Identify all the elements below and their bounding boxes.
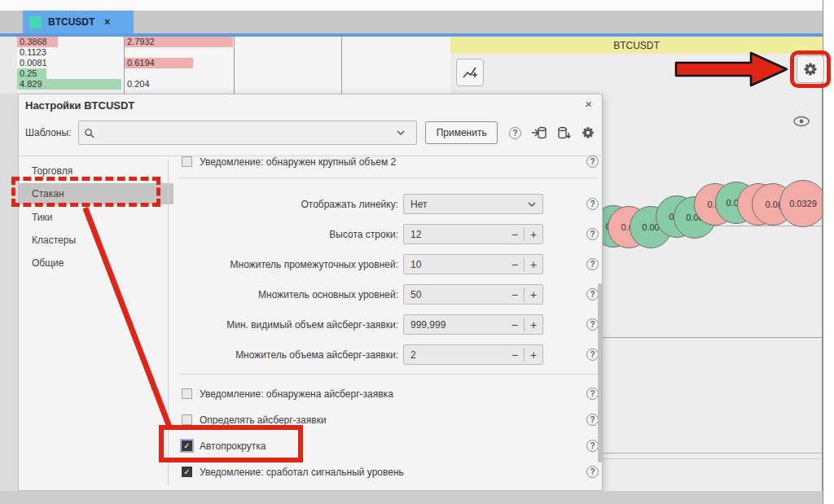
setting-label: Уведомление: обнаружен крупный объем 2 <box>200 156 396 168</box>
dialog-title: Настройки BTCUSDT <box>25 99 134 112</box>
apply-button[interactable]: Применить <box>425 121 498 144</box>
setting-label: Уведомление: сработал сигнальный уровень <box>200 467 404 478</box>
help-icon[interactable]: ? <box>586 228 599 240</box>
setting-label: Множитель объема айсберг-заявки: <box>178 349 403 361</box>
column-divider <box>234 37 235 94</box>
templates-label: Шаблоны: <box>25 127 78 138</box>
main-levels-stepper[interactable]: 50 − + <box>403 284 543 305</box>
orderbook-cell: 0.0081 <box>17 58 124 68</box>
help-icon[interactable]: ? <box>586 466 599 478</box>
panel-separator <box>601 458 823 459</box>
help-icon[interactable]: ? <box>586 318 599 331</box>
templates-row: Шаблоны: Применить ? <box>25 121 595 144</box>
help-icon[interactable]: ? <box>586 156 599 168</box>
chevron-down-icon[interactable] <box>521 201 542 208</box>
dialog-close-icon[interactable]: × <box>585 97 592 111</box>
mid-levels-stepper[interactable]: 10 − + <box>403 254 543 274</box>
sidebar-item-general[interactable]: Общие <box>19 252 173 274</box>
checkbox[interactable] <box>182 414 192 425</box>
minus-button[interactable]: − <box>506 348 524 362</box>
chevron-down-icon[interactable] <box>390 129 411 136</box>
iceberg-multiplier-stepper[interactable]: 2 − + <box>403 344 543 365</box>
orderbook-cell: 4.829 <box>17 79 124 90</box>
help-icon[interactable]: ? <box>586 414 599 426</box>
tab-btcusdt[interactable]: BTCUSDT × <box>23 11 134 33</box>
chart-tool-button[interactable] <box>456 59 484 86</box>
setting-label: Отображать линейку: <box>178 199 403 210</box>
annotation-gear-box <box>790 50 831 88</box>
setting-label: Мин. видимый объем айсберг-заявки: <box>178 319 403 331</box>
annotation-autoscroll-box <box>159 425 303 462</box>
plus-button[interactable]: + <box>525 348 542 362</box>
search-input[interactable] <box>99 126 386 139</box>
annotation-dashed-box <box>11 177 160 207</box>
plus-button[interactable]: + <box>525 258 542 271</box>
help-icon[interactable]: ? <box>586 440 599 452</box>
bottom-margin <box>0 491 823 504</box>
checkbox[interactable] <box>182 388 192 399</box>
template-search-field[interactable] <box>78 121 418 145</box>
tab-close-icon[interactable]: × <box>104 16 110 28</box>
divider <box>178 374 599 375</box>
plus-button[interactable]: + <box>525 228 542 241</box>
help-icon[interactable]: ? <box>586 348 599 361</box>
help-icon[interactable]: ? <box>586 288 599 300</box>
column-divider <box>341 37 342 94</box>
gear-icon[interactable] <box>581 125 595 140</box>
setting-row-signal-level-alert: Уведомление: сработал сигнальный уровень… <box>178 462 599 482</box>
orderbook-cell <box>125 47 234 58</box>
volume-bubble: 0.0329 <box>779 180 823 227</box>
setting-row-row-height: Высота строки: 12 − + ? <box>178 224 599 244</box>
minus-button[interactable]: − <box>506 318 524 331</box>
export-template-icon[interactable] <box>556 126 571 139</box>
orderbook-cell: 0.6194 <box>125 58 234 68</box>
eye-icon[interactable] <box>792 116 810 130</box>
setting-label: Высота строки: <box>178 229 403 240</box>
iceberg-min-volume-stepper[interactable]: 999,999 − + <box>403 314 543 335</box>
tab-label: BTCUSDT <box>48 16 94 28</box>
setting-label: Определять айсберг-заявки <box>200 414 327 426</box>
orderbook-cell: 0.3868 <box>17 37 124 47</box>
setting-row: Уведомление: обнаружен крупный объем 2 ? <box>178 151 599 172</box>
annotation-arrow <box>674 51 790 87</box>
plus-button[interactable]: + <box>525 288 542 301</box>
help-icon[interactable]: ? <box>586 198 599 210</box>
dialog-scrollbar[interactable] <box>598 283 602 462</box>
panel-title: BTCUSDT <box>613 40 660 51</box>
minus-button[interactable]: − <box>506 228 524 241</box>
setting-row-main-levels: Множитель основных уровней: 50 − + ? <box>178 284 599 305</box>
setting-row-iceberg-multiplier: Множитель объема айсберг-заявки: 2 − + ? <box>178 344 599 365</box>
orderbook-cell: 0.204 <box>125 79 234 90</box>
gear-icon <box>802 61 819 77</box>
setting-row-iceberg-min-volume: Мин. видимый объем айсберг-заявки: 999,9… <box>178 314 599 335</box>
ruler-select[interactable]: Нет <box>403 194 543 214</box>
minus-button[interactable]: − <box>506 258 524 271</box>
orderbook-table: 0.3868 0.1123 0.0081 0.25 4.829 2.7932 0… <box>17 37 450 94</box>
line-chart-plus-icon <box>462 64 478 81</box>
help-icon[interactable]: ? <box>586 388 599 400</box>
app-window: BTCUSDT × 0.3868 0.1123 0.0081 0.25 4.82… <box>0 0 834 504</box>
panel-separator <box>601 453 823 454</box>
orderbook-cell: 0.1123 <box>17 47 124 58</box>
plus-button[interactable]: + <box>525 318 542 331</box>
setting-label: Уведомление: обнаружена айсберг-заявка <box>200 388 393 400</box>
checkbox[interactable] <box>182 467 192 477</box>
import-template-icon[interactable] <box>531 126 546 139</box>
setting-row-iceberg-alert: Уведомление: обнаружена айсберг-заявка ? <box>178 383 599 404</box>
help-icon[interactable]: ? <box>509 127 521 139</box>
orderbook-cell <box>125 68 234 79</box>
setting-row-ruler: Отображать линейку: Нет ? <box>178 194 599 214</box>
row-height-stepper[interactable]: 12 − + <box>403 224 543 244</box>
minus-button[interactable]: − <box>506 288 524 301</box>
tab-bar: BTCUSDT × <box>0 11 823 33</box>
help-icon[interactable]: ? <box>586 258 599 270</box>
sidebar-item-ticks[interactable]: Тики <box>19 207 173 228</box>
title-strip <box>0 0 823 11</box>
panel-settings-button[interactable] <box>797 55 824 83</box>
divider <box>178 177 599 178</box>
orderbook-cell: 2.7932 <box>125 37 234 47</box>
left-margin <box>0 94 18 491</box>
checkbox[interactable] <box>182 156 192 167</box>
instrument-color-swatch <box>29 16 42 28</box>
setting-label: Множитель основных уровней: <box>178 289 403 300</box>
